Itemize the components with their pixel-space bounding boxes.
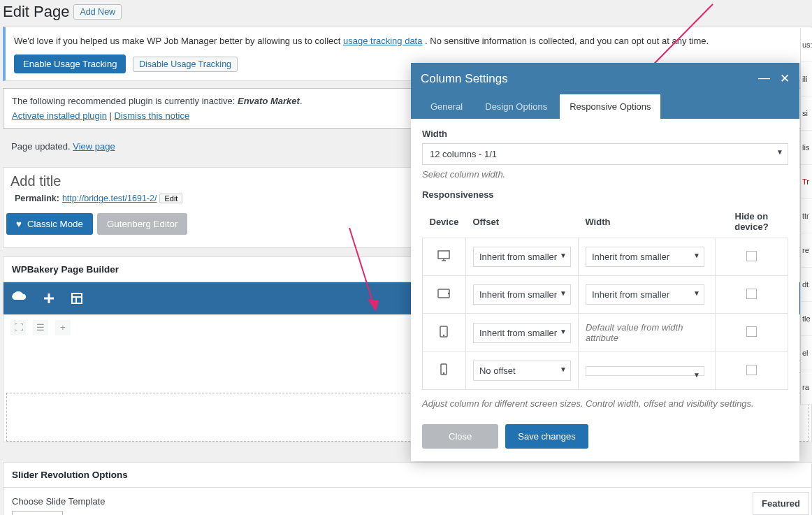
modal-title: Column Settings — [421, 72, 508, 86]
tablet-portrait-icon — [430, 325, 458, 339]
heart-icon: ♥ — [16, 219, 22, 229]
hide-checkbox[interactable] — [746, 326, 757, 337]
modal-header: Column Settings — ✕ — [411, 63, 799, 94]
featured-panel-peek: Featured — [753, 492, 809, 515]
save-button[interactable]: Save changes — [505, 424, 588, 449]
add-icon[interactable] — [43, 292, 55, 305]
close-button[interactable]: Close — [422, 424, 498, 449]
chevron-down-icon: ▼ — [693, 252, 700, 259]
offset-select[interactable]: Inherit from smaller▼ — [473, 284, 571, 305]
svg-point-13 — [444, 372, 444, 373]
permalink-label: Permalink: — [15, 194, 59, 203]
responsiveness-table: Device Offset Width Hide on device? Inhe… — [422, 205, 788, 390]
permalink-edit-button[interactable]: Edit — [159, 194, 182, 203]
svg-rect-1 — [44, 297, 54, 299]
hide-checkbox[interactable] — [746, 289, 757, 299]
tab-design[interactable]: Design Options — [475, 94, 557, 119]
th-hide: Hide on device? — [715, 205, 788, 238]
chevron-down-icon: ▼ — [693, 289, 700, 297]
width-hint: Select column width. — [422, 169, 788, 180]
permalink-url[interactable]: http://bridge.test/1691-2/ — [62, 194, 157, 203]
width-label: Width — [422, 129, 788, 139]
svg-rect-8 — [438, 289, 449, 298]
close-icon[interactable]: ✕ — [780, 71, 790, 86]
classic-mode-button[interactable]: ♥ Classic Mode — [6, 213, 93, 235]
minimize-icon[interactable]: — — [758, 71, 770, 86]
svg-point-9 — [449, 293, 449, 294]
width-mini-select[interactable]: Inherit from smaller▼ — [586, 247, 704, 267]
table-row: Inherit from smaller▼ Default value from… — [423, 314, 788, 352]
chevron-down-icon: ▼ — [776, 148, 783, 156]
tracking-data-link[interactable]: usage tracking data — [343, 36, 422, 46]
chevron-down-icon: ▼ — [560, 365, 567, 373]
tab-responsive[interactable]: Responsive Options — [560, 94, 660, 119]
table-row: Inherit from smaller▼ Inherit from small… — [423, 238, 788, 276]
tracking-notice-text-pre: We'd love if you helped us make WP Job M… — [14, 36, 343, 46]
hide-checkbox[interactable] — [746, 251, 757, 261]
disable-tracking-button[interactable]: Disable Usage Tracking — [133, 57, 238, 72]
th-device: Device — [423, 205, 466, 238]
svg-rect-5 — [438, 251, 449, 259]
choose-template-label: Choose Slide Template — [12, 496, 803, 507]
slide-template-select[interactable]: default — [12, 511, 63, 515]
dismiss-notice-link[interactable]: Dismiss this notice — [114, 110, 189, 121]
activate-plugin-link[interactable]: Activate installed plugin — [12, 110, 107, 121]
width-select-value: 12 columns - 1/1 — [430, 149, 497, 159]
logo-icon — [10, 291, 27, 305]
plugin-notice-text: The following recommended plugin is curr… — [12, 96, 238, 106]
offset-select[interactable]: Inherit from smaller▼ — [473, 247, 571, 267]
columns-button[interactable]: ☰ — [33, 320, 48, 335]
width-default-text: Default value from width attribute — [586, 322, 683, 343]
title-input[interactable]: Add title — [10, 173, 61, 189]
template-icon[interactable] — [71, 292, 83, 305]
chevron-down-icon: ▼ — [560, 328, 567, 335]
publish-sidebar-peek: us:ilisilisTrttrredttleelra — [800, 28, 812, 405]
offset-select[interactable]: No offset▼ — [473, 361, 571, 381]
chevron-down-icon: ▼ — [693, 371, 700, 379]
th-width: Width — [578, 205, 715, 238]
updated-text: Page updated. — [11, 141, 71, 152]
classic-mode-label: Classic Mode — [27, 219, 83, 229]
page-title: Edit Page — [3, 3, 69, 21]
fullscreen-button[interactable]: ⛶ — [10, 320, 26, 335]
slider-panel: Slider Revolution Options Choose Slide T… — [3, 462, 812, 515]
th-offset: Offset — [465, 205, 578, 238]
modal-footer: Close Save changes — [411, 416, 799, 461]
enable-tracking-button[interactable]: Enable Usage Tracking — [14, 55, 126, 73]
modal-tabs: General Design Options Responsive Option… — [411, 94, 799, 119]
slider-title: Slider Revolution Options — [3, 463, 811, 488]
chevron-down-icon: ▼ — [560, 289, 567, 297]
svg-point-11 — [444, 335, 444, 335]
plugin-notice-name: Envato Market — [238, 96, 300, 106]
mobile-icon — [430, 363, 458, 377]
hide-checkbox[interactable] — [746, 365, 757, 375]
column-settings-modal: Column Settings — ✕ General Design Optio… — [411, 63, 799, 461]
offset-select[interactable]: Inherit from smaller▼ — [473, 323, 571, 343]
width-mini-select[interactable]: ▼ — [586, 366, 704, 376]
tracking-notice-text-post: . No sensitive information is collected,… — [425, 36, 709, 46]
table-row: No offset▼ ▼ — [423, 352, 788, 390]
chevron-down-icon: ▼ — [560, 252, 567, 259]
gutenberg-button[interactable]: Gutenberg Editor — [97, 213, 188, 235]
add-new-button[interactable]: Add New — [73, 4, 122, 20]
add-row-button[interactable]: + — [55, 320, 71, 335]
width-select[interactable]: 12 columns - 1/1 ▼ — [422, 143, 788, 165]
table-row: Inherit from smaller▼ Inherit from small… — [423, 276, 788, 314]
bottom-hint: Adjust column for different screen sizes… — [422, 398, 788, 409]
desktop-icon — [430, 249, 458, 262]
width-mini-select[interactable]: Inherit from smaller▼ — [586, 284, 704, 305]
view-page-link[interactable]: View page — [73, 141, 115, 152]
responsiveness-label: Responsiveness — [422, 189, 788, 200]
tablet-landscape-icon — [430, 288, 458, 299]
tab-general[interactable]: General — [421, 94, 472, 119]
